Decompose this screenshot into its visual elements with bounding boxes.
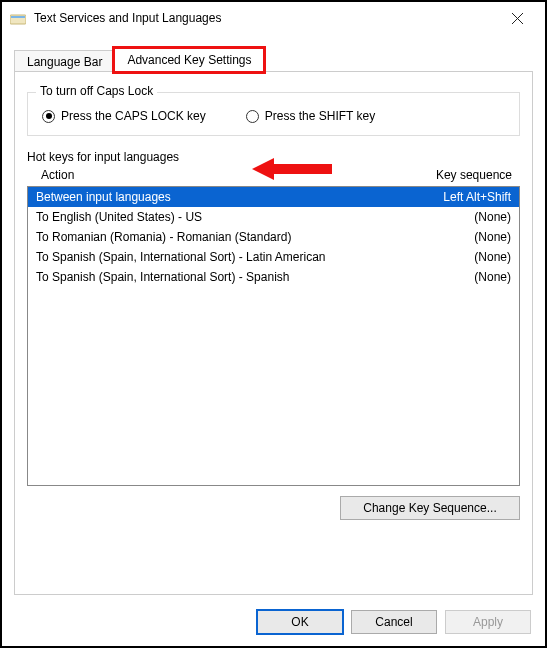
hotkey-keyseq: (None) xyxy=(391,250,511,264)
hotkeys-listbox[interactable]: Between input languagesLeft Alt+ShiftTo … xyxy=(27,186,520,486)
hotkey-keyseq: (None) xyxy=(391,230,511,244)
capslock-legend: To turn off Caps Lock xyxy=(36,84,157,98)
cancel-button[interactable]: Cancel xyxy=(351,610,437,634)
hotkey-row[interactable]: To Spanish (Spain, International Sort) -… xyxy=(28,267,519,287)
capslock-groupbox: To turn off Caps Lock Press the CAPS LOC… xyxy=(27,92,520,136)
hotkey-action: To English (United States) - US xyxy=(36,210,391,224)
hotkeys-section-label: Hot keys for input languages xyxy=(27,150,179,164)
tab-panel: To turn off Caps Lock Press the CAPS LOC… xyxy=(14,71,533,595)
hotkey-action: To Spanish (Spain, International Sort) -… xyxy=(36,250,391,264)
dialog-buttons: OK Cancel Apply xyxy=(257,610,531,634)
hotkey-keyseq: (None) xyxy=(391,210,511,224)
close-icon xyxy=(512,13,523,24)
ok-button[interactable]: OK xyxy=(257,610,343,634)
apply-button: Apply xyxy=(445,610,531,634)
app-icon xyxy=(10,10,26,26)
hotkey-keyseq: (None) xyxy=(391,270,511,284)
radio-press-shift[interactable]: Press the SHIFT key xyxy=(246,109,375,123)
window-title: Text Services and Input Languages xyxy=(34,11,497,25)
radio-label: Press the SHIFT key xyxy=(265,109,375,123)
close-button[interactable] xyxy=(497,4,537,32)
hotkey-action: Between input languages xyxy=(36,190,391,204)
radio-icon xyxy=(246,110,259,123)
hotkey-row[interactable]: To Romanian (Romania) - Romanian (Standa… xyxy=(28,227,519,247)
svg-rect-1 xyxy=(11,16,25,18)
radio-label: Press the CAPS LOCK key xyxy=(61,109,206,123)
tab-advanced-key-settings[interactable]: Advanced Key Settings xyxy=(114,48,264,72)
hotkey-action: To Spanish (Spain, International Sort) -… xyxy=(36,270,391,284)
tab-language-bar[interactable]: Language Bar xyxy=(14,50,115,72)
hotkey-row[interactable]: Between input languagesLeft Alt+Shift xyxy=(28,187,519,207)
hotkeys-list-header: Action Key sequence xyxy=(27,166,520,186)
hotkey-row[interactable]: To Spanish (Spain, International Sort) -… xyxy=(28,247,519,267)
col-header-action: Action xyxy=(41,168,392,182)
radio-press-capslock[interactable]: Press the CAPS LOCK key xyxy=(42,109,206,123)
hotkey-row[interactable]: To English (United States) - US(None) xyxy=(28,207,519,227)
tabstrip: Language Bar Advanced Key Settings xyxy=(14,48,533,72)
col-header-keyseq: Key sequence xyxy=(392,168,512,182)
hotkey-keyseq: Left Alt+Shift xyxy=(391,190,511,204)
change-key-sequence-button[interactable]: Change Key Sequence... xyxy=(340,496,520,520)
hotkey-action: To Romanian (Romania) - Romanian (Standa… xyxy=(36,230,391,244)
titlebar: Text Services and Input Languages xyxy=(2,2,545,34)
radio-icon xyxy=(42,110,55,123)
